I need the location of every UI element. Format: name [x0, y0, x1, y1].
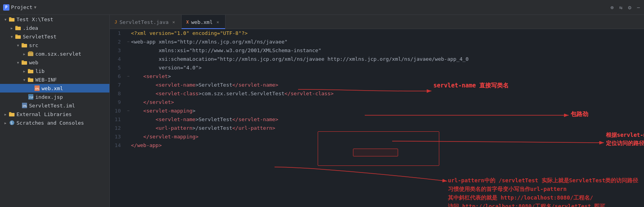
top-bar-actions: ⊕ ⇆ ⚙ −: [609, 4, 641, 11]
svg-rect-15: [28, 78, 30, 79]
svg-rect-9: [29, 51, 33, 53]
code-line-10: − <servlet-mapping>: [126, 107, 644, 115]
tree-label-index.jsp: index.jsp: [35, 94, 63, 100]
line-number-4: 4: [113, 55, 121, 64]
code-editor[interactable]: 1234567891011121314 <?xml version="1.0" …: [110, 29, 644, 207]
fold-gutter-11[interactable]: [126, 115, 131, 124]
fold-gutter-13[interactable]: [126, 133, 131, 141]
svg-rect-0: [9, 18, 15, 22]
line-number-6: 6: [113, 72, 121, 81]
tree-item-web.xml[interactable]: XMLweb.xml: [0, 84, 109, 93]
fold-gutter-6[interactable]: −: [126, 72, 131, 81]
project-dropdown-arrow[interactable]: ▼: [34, 5, 36, 9]
code-content[interactable]: <?xml version="1.0" encoding="UTF-8"?>−<…: [124, 29, 644, 207]
code-text-4: xsi:schemaLocation="http://xmlns.jcp.org…: [131, 55, 469, 64]
tab-servlettest-java[interactable]: J ServletTest.java ✕: [110, 15, 182, 29]
sidebar: ▾Test X:\Test▸.idea▾ServletTest▾src▸com.…: [0, 15, 110, 207]
tree-item-test-root[interactable]: ▾Test X:\Test: [0, 15, 109, 24]
collapse-icon[interactable]: ⇆: [619, 4, 623, 11]
tree-arrow-external-libraries[interactable]: ▸: [2, 111, 9, 117]
svg-rect-23: [9, 112, 11, 113]
tree-item-lib[interactable]: ▸lib: [0, 67, 109, 75]
fold-gutter-8[interactable]: [126, 89, 131, 98]
tree-arrow-scratches[interactable]: ▸: [2, 120, 9, 126]
tree-item-WEB-INF[interactable]: ▾WEB-INF: [0, 75, 109, 84]
tree-label-src: src: [29, 42, 38, 48]
fold-gutter-10[interactable]: −: [126, 107, 131, 115]
tree-item-src[interactable]: ▾src: [0, 41, 109, 49]
fold-gutter-12[interactable]: [126, 124, 131, 133]
tree-item-idea[interactable]: ▸.idea: [0, 24, 109, 32]
svg-rect-2: [15, 27, 21, 30]
tab-close-java[interactable]: ✕: [171, 19, 176, 25]
tree-item-external-libraries[interactable]: ▸External Libraries: [0, 110, 109, 118]
code-text-12: <url-pattern>/servletTest</url-pattern>: [131, 124, 275, 133]
tree-item-scratches[interactable]: ▸SScratches and Consoles: [0, 118, 109, 127]
code-line-9: </servlet>: [126, 98, 644, 107]
minimize-icon[interactable]: −: [636, 4, 641, 11]
tree-icon-idea: [15, 25, 21, 31]
svg-rect-6: [22, 44, 27, 47]
svg-rect-11: [22, 60, 24, 62]
line-number-8: 8: [113, 89, 121, 98]
tree-icon-WEB-INF: [27, 76, 34, 83]
tab-web-xml[interactable]: X web.xml ✕: [182, 15, 226, 29]
tree-label-test-root: Test X:\Test: [16, 16, 53, 22]
code-text-1: <?xml version="1.0" encoding="UTF-8"?>: [131, 29, 247, 38]
main-layout: ▾Test X:\Test▸.idea▾ServletTest▾src▸com.…: [0, 15, 644, 207]
tree-arrow-web[interactable]: ▾: [15, 59, 21, 65]
tree-arrow-idea[interactable]: ▸: [9, 25, 15, 31]
fold-gutter-4[interactable]: [126, 55, 131, 64]
svg-rect-5: [15, 34, 18, 36]
fold-gutter-14[interactable]: [126, 141, 131, 150]
fold-gutter-3[interactable]: [126, 46, 131, 55]
tree-arrow-WEB-INF[interactable]: ▾: [21, 76, 27, 83]
tab-bar: J ServletTest.java ✕ X web.xml ✕: [110, 15, 644, 29]
add-icon[interactable]: ⊕: [609, 4, 614, 11]
tree-item-index.jsp[interactable]: JSPindex.jsp: [0, 93, 109, 101]
tree-icon-external-libraries: [9, 111, 15, 117]
tree-label-lib: lib: [35, 68, 44, 74]
tree-label-idea: .idea: [23, 25, 38, 31]
code-text-11: <servlet-name>ServletTest</servlet-name>: [131, 115, 278, 124]
tree-arrow-src[interactable]: ▾: [15, 42, 21, 48]
tree-label-scratches: Scratches and Consoles: [16, 120, 84, 126]
tree-arrow-test-root[interactable]: ▾: [2, 16, 9, 22]
tab-close-xml[interactable]: ✕: [215, 19, 220, 25]
fold-gutter-1[interactable]: [126, 29, 131, 38]
svg-rect-10: [22, 61, 27, 65]
code-line-13: </servlet-mapping>: [126, 133, 644, 141]
tree-label-external-libraries: External Libraries: [16, 111, 72, 117]
fold-gutter-9[interactable]: [126, 98, 131, 107]
fold-gutter-2[interactable]: −: [126, 38, 131, 46]
svg-rect-12: [28, 70, 33, 73]
code-text-7: <servlet-name>ServletTest</servlet-name>: [131, 81, 278, 89]
project-section: P Project ▼: [3, 4, 36, 11]
line-number-7: 7: [113, 81, 121, 89]
line-number-13: 13: [113, 133, 121, 141]
tree-item-ServletTest.iml[interactable]: IMLServletTest.iml: [0, 101, 109, 110]
tree-item-servlettest[interactable]: ▾ServletTest: [0, 32, 109, 41]
line-number-2: 2: [113, 38, 121, 46]
line-number-5: 5: [113, 64, 121, 72]
file-tree: ▾Test X:\Test▸.idea▾ServletTest▾src▸com.…: [0, 15, 109, 127]
line-number-10: 10: [113, 107, 121, 115]
settings-icon[interactable]: ⚙: [627, 4, 632, 11]
svg-rect-1: [9, 17, 11, 18]
fold-gutter-7[interactable]: [126, 81, 131, 89]
tree-icon-scratches: S: [9, 120, 15, 126]
tree-arrow-com.szx.servlet[interactable]: ▸: [21, 51, 27, 57]
project-label-text: Project: [11, 4, 33, 10]
code-line-7: <servlet-name>ServletTest</servlet-name>: [126, 81, 644, 89]
tree-item-web[interactable]: ▾web: [0, 58, 109, 67]
tree-arrow-servlettest[interactable]: ▾: [9, 33, 15, 40]
tree-label-ServletTest.iml: ServletTest.iml: [29, 103, 75, 109]
code-text-3: xmlns:xsi="http://www.w3.org/2001/XMLSch…: [131, 46, 321, 55]
tree-arrow-lib[interactable]: ▸: [21, 68, 27, 74]
svg-rect-3: [15, 26, 18, 27]
tree-icon-web: [21, 59, 27, 65]
java-file-icon: J: [115, 20, 117, 25]
tree-item-com.szx.servlet[interactable]: ▸com.szx.servlet: [0, 49, 109, 58]
fold-gutter-5[interactable]: [126, 64, 131, 72]
code-text-13: </servlet-mapping>: [131, 133, 198, 141]
